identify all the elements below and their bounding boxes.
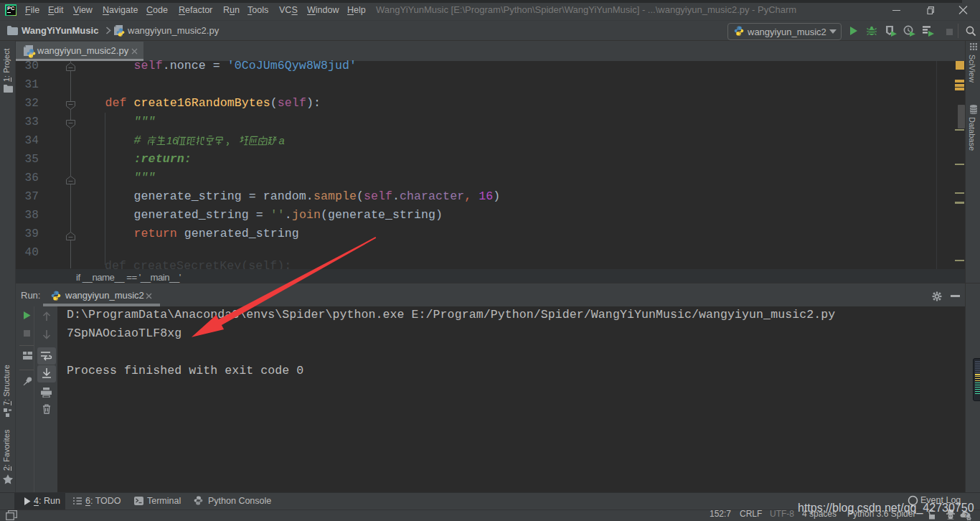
- svg-text:16: 16: [166, 135, 179, 146]
- svg-text:a: a: [279, 135, 285, 146]
